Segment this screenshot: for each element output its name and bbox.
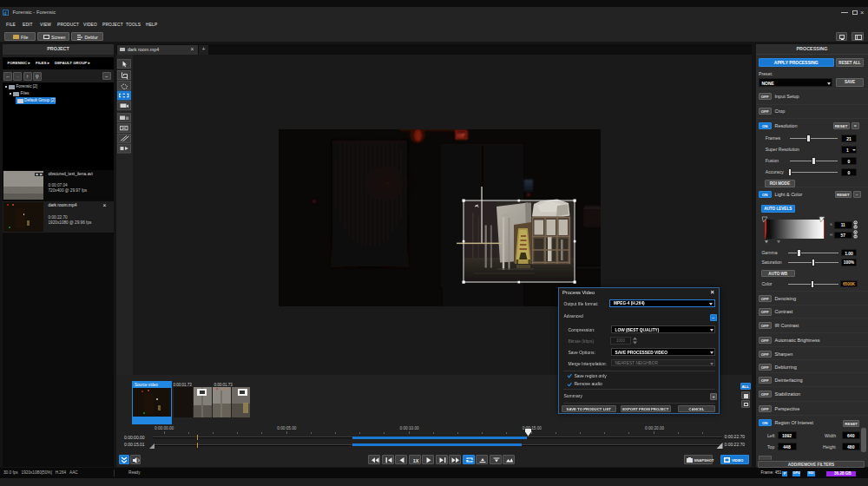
svg-text:1X: 1X bbox=[412, 458, 418, 463]
svg-text:EXIT: EXIT bbox=[457, 133, 466, 138]
